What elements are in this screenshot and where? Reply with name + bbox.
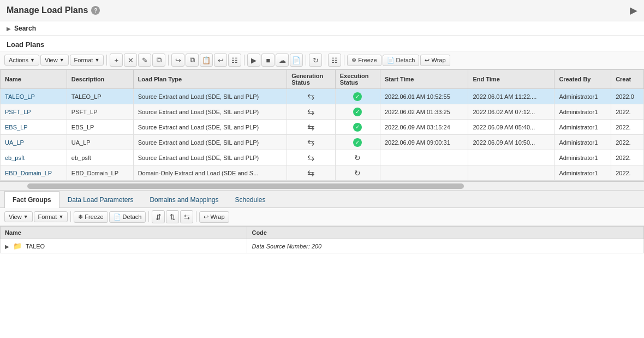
cell-load-plan-type: Source Extract and Load (SDE, SIL and PL… [133,104,287,120]
separator1 [106,55,107,66]
bottom-col-code: Code [247,227,644,239]
cell-load-plan-type: Source Extract and Load (SDE, SIL and PL… [133,150,287,165]
bottom-format-chevron-icon: ▼ [58,214,63,220]
col-created: Creat [611,70,644,89]
sync-icon-btn[interactable]: ↻ [309,54,322,67]
stop-icon-btn[interactable]: ■ [261,54,275,67]
cell-name[interactable]: TALEO_LP [1,89,67,104]
bottom-detach-icon: 📄 [114,214,121,221]
cloud-icon-btn[interactable]: ☁ [276,54,289,67]
table-row[interactable]: eb_psft eb_psft Source Extract and Load … [1,150,644,165]
bottom-cell-code: Data Source Number: 200 [247,239,644,253]
cell-start-time: 2022.06.02 AM 01:33:25 [380,104,468,120]
import-icon-btn[interactable]: ↪ [171,54,184,67]
view-chevron-icon: ▼ [59,57,64,63]
col-end-time: End Time [468,70,554,89]
cell-generation-status: ⇆ [287,104,336,120]
bottom-format-button[interactable]: Format ▼ [34,211,68,222]
col-description: Description [67,70,133,89]
row-expander-icon[interactable]: ▶ [5,244,9,250]
collapse-btn[interactable]: ▶ [630,4,637,16]
cell-name[interactable]: UA_LP [1,135,67,150]
cell-description: PSFT_LP [67,104,133,120]
cell-execution-status: ✓ [335,120,380,135]
main-scrollbar[interactable] [0,181,644,190]
cell-description: UA_LP [67,135,133,150]
main-table-container: Name Description Load Plan Type Generati… [0,69,644,181]
view-button[interactable]: View ▼ [40,55,69,66]
bottom-detach-button[interactable]: 📄 Detach [109,211,146,223]
bottom-table: Name Code ▶ 📁 TALEO Data Source Number: … [0,226,644,253]
bottom-col-name: Name [1,227,247,239]
page-title: Manage Load Plans [7,5,88,15]
bottom-sep3 [196,211,196,222]
wrap-button[interactable]: ↩ Wrap [420,55,450,66]
table-row[interactable]: UA_LP UA_LP Source Extract and Load (SDE… [1,135,644,150]
page-header: Manage Load Plans ? ▶ [0,0,644,21]
cell-execution-status: ✓ [335,89,380,104]
cell-name[interactable]: eb_psft [1,150,67,165]
play-icon-btn[interactable]: ▶ [247,54,260,67]
bottom-toolbar: View ▼ Format ▼ ❄ Freeze 📄 Detach ⇵ ⇅ ⇆ … [0,208,644,226]
freeze-icon: ❄ [351,57,356,64]
table-row[interactable]: TALEO_LP TALEO_LP Source Extract and Loa… [1,89,644,104]
edit-icon-btn[interactable]: ✎ [138,54,151,67]
cell-name[interactable]: EBD_Domain_LP [1,165,67,181]
search-label: Search [14,25,36,32]
format-chevron-icon: ▼ [94,57,99,63]
cell-generation-status: ⇆ [287,135,336,150]
actions-button[interactable]: Actions ▼ [4,55,39,66]
export-icon-btn[interactable]: ↩ [214,54,227,67]
copy-icon-btn[interactable]: ⧉ [186,54,199,67]
duplicate-icon-btn[interactable]: ⧉ [152,54,165,67]
cell-start-time: 2022.06.01 AM 10:52:55 [380,89,468,104]
tabs-bar: Fact GroupsData Load ParametersDomains a… [0,191,644,208]
cell-generation-status: ⇆ [287,165,336,181]
bottom-sort-asc-btn[interactable]: ⇵ [152,210,165,223]
bottom-view-chevron-icon: ▼ [23,214,28,220]
cell-created: 2022. [611,150,644,165]
tab-domains-and-mappings[interactable]: Domains and Mappings [141,191,226,208]
report-icon-btn[interactable]: 📄 [290,54,303,67]
freeze-button[interactable]: ❄ Freeze [347,55,381,66]
cell-start-time: 2022.06.09 AM 09:00:31 [380,135,468,150]
cell-description: eb_psft [67,150,133,165]
main-toolbar: Actions ▼ View ▼ Format ▼ + ✕ ✎ ⧉ ↪ ⧉ 📋 … [0,51,644,69]
table-row[interactable]: PSFT_LP PSFT_LP Source Extract and Load … [1,104,644,120]
format-button[interactable]: Format ▼ [70,55,104,66]
bottom-sort-desc-btn[interactable]: ⇅ [166,210,179,223]
tab-schedules[interactable]: Schedules [227,191,274,208]
cell-name[interactable]: PSFT_LP [1,104,67,120]
cell-execution-status: ↻ [335,150,380,165]
grid-icon-btn[interactable]: ☷ [228,54,241,67]
wrap-icon: ↩ [425,57,430,64]
cell-start-time [380,150,468,165]
detach-button[interactable]: 📄 Detach [383,55,420,66]
search-bar[interactable]: ▶ Search [0,21,644,36]
cell-start-time [380,165,468,181]
paste-icon-btn[interactable]: 📋 [200,54,213,67]
bottom-table-row[interactable]: ▶ 📁 TALEO Data Source Number: 200 [1,239,644,253]
separator3 [244,55,245,66]
separator4 [306,55,306,66]
cell-name[interactable]: EBS_LP [1,120,67,135]
col-generation-status: GenerationStatus [287,70,336,89]
col-created-by: Created By [554,70,611,89]
bottom-wrap-button[interactable]: ↩ Wrap [199,211,229,223]
cell-execution-status: ✓ [335,104,380,120]
table-row[interactable]: EBD_Domain_LP EBD_Domain_LP Domain-Only … [1,165,644,181]
col-execution-status: ExecutionStatus [335,70,380,89]
bottom-cell-name: ▶ 📁 TALEO [1,239,247,253]
bottom-freeze-button[interactable]: ❄ Freeze [74,211,108,223]
delete-icon-btn[interactable]: ✕ [124,54,137,67]
filter-icon-btn[interactable]: ☷ [328,54,341,67]
bottom-view-button[interactable]: View ▼ [4,211,33,222]
tab-fact-groups[interactable]: Fact Groups [4,191,59,208]
add-icon-btn[interactable]: + [110,54,123,67]
cell-execution-status: ↻ [335,165,380,181]
table-row[interactable]: EBS_LP EBS_LP Source Extract and Load (S… [1,120,644,135]
bottom-indent-btn[interactable]: ⇆ [180,210,193,223]
cell-created: 2022. [611,135,644,150]
help-icon[interactable]: ? [91,6,100,15]
tab-data-load-parameters[interactable]: Data Load Parameters [59,191,142,208]
